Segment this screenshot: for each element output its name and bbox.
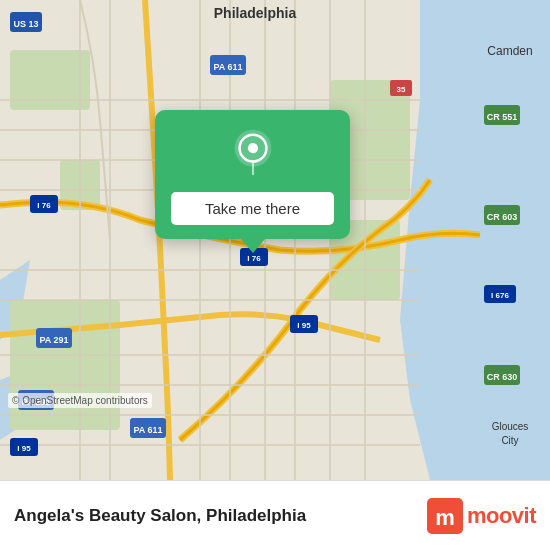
svg-rect-7 bbox=[10, 50, 90, 110]
svg-text:m: m bbox=[435, 505, 455, 530]
svg-text:I 95: I 95 bbox=[297, 321, 311, 330]
svg-text:CR 603: CR 603 bbox=[487, 212, 518, 222]
place-name: Angela's Beauty Salon, Philadelphia bbox=[14, 506, 427, 526]
bottom-bar: Angela's Beauty Salon, Philadelphia m mo… bbox=[0, 480, 550, 550]
svg-text:Camden: Camden bbox=[487, 44, 532, 58]
svg-text:35: 35 bbox=[397, 85, 406, 94]
svg-text:PA 611: PA 611 bbox=[133, 425, 162, 435]
map-background: US 13 PA 611 PA 611 I 76 I 76 I 95 I 95 … bbox=[0, 0, 550, 480]
map-container: US 13 PA 611 PA 611 I 76 I 76 I 95 I 95 … bbox=[0, 0, 550, 480]
svg-text:CR 630: CR 630 bbox=[487, 372, 518, 382]
svg-rect-4 bbox=[10, 300, 120, 430]
moovit-icon: m bbox=[427, 498, 463, 534]
svg-text:PA 291: PA 291 bbox=[39, 335, 68, 345]
svg-text:I 76: I 76 bbox=[247, 254, 261, 263]
take-me-there-button[interactable]: Take me there bbox=[171, 192, 334, 225]
svg-text:US 13: US 13 bbox=[13, 19, 38, 29]
moovit-label: moovit bbox=[467, 503, 536, 529]
svg-text:I 76: I 76 bbox=[37, 201, 51, 210]
moovit-logo: m moovit bbox=[427, 498, 536, 534]
svg-text:CR 551: CR 551 bbox=[487, 112, 518, 122]
svg-text:I 676: I 676 bbox=[491, 291, 509, 300]
svg-text:Philadelphia: Philadelphia bbox=[214, 5, 297, 21]
svg-text:Glouces: Glouces bbox=[492, 421, 529, 432]
svg-text:City: City bbox=[501, 435, 518, 446]
location-pin-icon bbox=[227, 128, 279, 180]
svg-text:I 95: I 95 bbox=[17, 444, 31, 453]
navigation-popup: Take me there bbox=[155, 110, 350, 239]
svg-text:PA 611: PA 611 bbox=[213, 62, 242, 72]
map-attribution: © OpenStreetMap contributors bbox=[8, 393, 152, 408]
svg-marker-1 bbox=[400, 0, 550, 480]
svg-point-61 bbox=[247, 143, 257, 153]
